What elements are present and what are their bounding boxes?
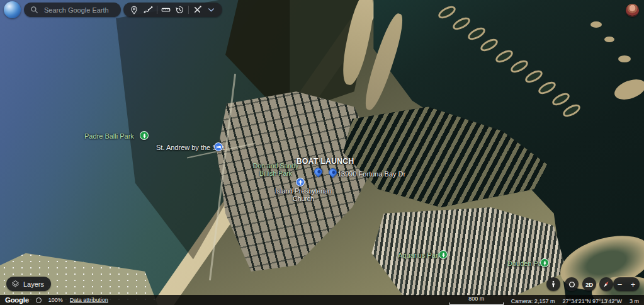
cross-icon — [298, 180, 303, 185]
status-left: Google 100% Data attribution — [5, 296, 108, 304]
islet — [604, 37, 614, 42]
poi-label-fortuna-bay[interactable]: 13990 Fortuna Bay Dr — [337, 170, 405, 178]
pegman-icon — [550, 280, 557, 288]
layers-icon — [11, 280, 20, 288]
poi-label-island-presbyterian[interactable]: Island Presbyterian Church — [272, 187, 335, 202]
add-placemark-button[interactable] — [128, 4, 140, 16]
zoom-control: − + — [613, 277, 640, 291]
cursor-elevation: 3 m — [630, 298, 639, 305]
toolbar-divider — [157, 6, 157, 14]
google-earth-logo[interactable] — [4, 1, 21, 18]
park-icon[interactable] — [540, 258, 549, 267]
historical-imagery-button[interactable] — [174, 4, 186, 16]
compass-needle-icon — [600, 278, 613, 291]
user-avatar[interactable] — [626, 4, 639, 17]
tree-icon — [542, 260, 548, 266]
2d-mode-button[interactable]: 2D — [582, 277, 596, 291]
search-icon — [30, 6, 38, 14]
search-input[interactable] — [43, 6, 115, 14]
lodging-icon[interactable] — [214, 142, 223, 151]
park-icon[interactable] — [439, 250, 448, 259]
ruler-icon — [161, 5, 171, 14]
historical-imagery-icon — [175, 5, 184, 14]
islet — [618, 55, 631, 62]
status-right: 800 m Camera: 2,157 m 27°34'21"N 97°13'4… — [449, 296, 639, 305]
explore-icon — [193, 5, 202, 14]
park-icon[interactable] — [140, 131, 149, 140]
tree-icon — [441, 252, 446, 258]
collapse-toolbar-button[interactable] — [206, 4, 217, 16]
placemark-pin-icon — [130, 6, 138, 14]
cursor-coordinates: 27°34'21"N 97°13'42"W — [562, 298, 622, 305]
load-percent: 100% — [48, 297, 63, 303]
poi-label-boat-launch[interactable]: BOAT LAUNCH — [297, 158, 354, 165]
scale-bar: 800 m — [449, 296, 504, 305]
toolbar-divider — [188, 6, 189, 14]
church-icon[interactable] — [296, 178, 305, 187]
compass-button[interactable] — [599, 277, 613, 291]
layers-button[interactable]: Layers — [6, 277, 51, 291]
toolbar — [123, 3, 222, 17]
scale-line — [449, 302, 504, 305]
pegman-button[interactable] — [546, 277, 560, 291]
explore-button[interactable] — [192, 4, 203, 16]
zoom-out-button[interactable]: − — [618, 280, 623, 289]
measure-button[interactable] — [160, 4, 171, 16]
poi-label-billish-park[interactable]: Don and Sandy Billish Park — [249, 162, 302, 177]
google-earth-app: Padre Balli Park St. Andrew by the Sea B… — [0, 0, 644, 305]
zoom-in-button[interactable]: + — [631, 280, 636, 289]
chevron-down-icon — [207, 6, 215, 14]
loading-progress-icon — [36, 297, 42, 303]
camera-altitude: Camera: 2,157 m — [511, 298, 555, 305]
orbit-button[interactable] — [565, 277, 579, 291]
poi-label-aquarius-park[interactable]: Aquarius Park — [398, 251, 441, 259]
draw-path-button[interactable] — [142, 4, 154, 16]
islet — [590, 21, 602, 28]
path-icon — [144, 5, 153, 14]
scale-label: 800 m — [468, 296, 484, 302]
tree-icon — [142, 133, 147, 139]
bed-icon — [216, 144, 222, 150]
orbit-icon — [568, 280, 576, 289]
search-bar[interactable] — [24, 3, 121, 17]
data-attribution-link[interactable]: Data attribution — [70, 297, 108, 303]
status-bar: Google 100% Data attribution 800 m Camer… — [0, 295, 644, 305]
layers-label: Layers — [23, 280, 44, 288]
poi-label-padre-balli-park[interactable]: Padre Balli Park — [84, 132, 134, 140]
google-logo: Google — [5, 296, 29, 304]
